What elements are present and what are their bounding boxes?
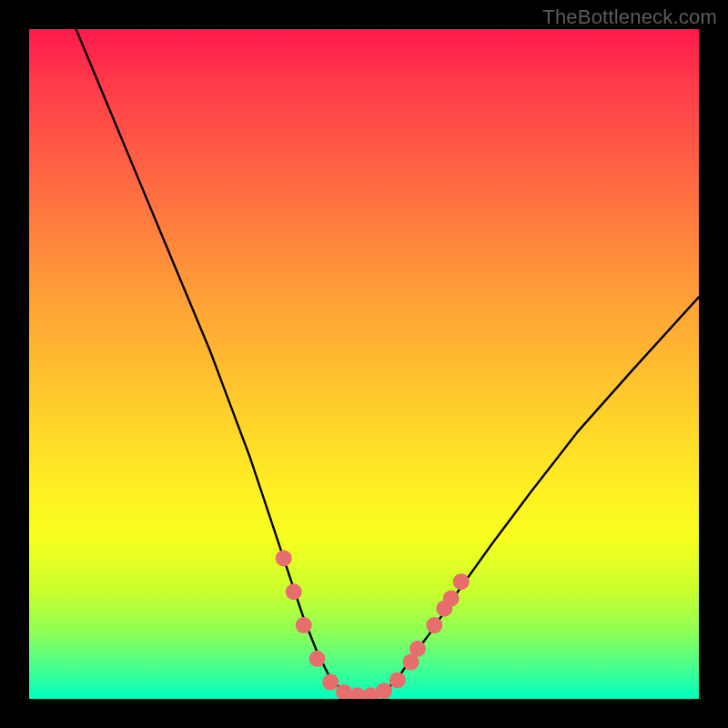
highlight-marker <box>453 573 470 590</box>
curve-line <box>76 29 699 699</box>
watermark-text: TheBottleneck.com <box>542 5 717 29</box>
highlight-marker <box>286 583 302 600</box>
highlight-marker <box>376 682 392 699</box>
highlight-marker <box>322 674 339 691</box>
highlight-marker <box>308 651 325 667</box>
highlight-markers <box>276 550 470 699</box>
highlight-marker <box>443 591 460 607</box>
highlight-marker <box>410 641 426 657</box>
highlight-marker <box>426 617 442 633</box>
chart-container: TheBottleneck.com <box>0 0 728 728</box>
highlight-marker <box>389 672 406 688</box>
highlight-marker <box>296 617 312 633</box>
highlight-marker <box>276 550 292 566</box>
chart-svg <box>29 29 699 699</box>
plot-area <box>27 27 701 701</box>
